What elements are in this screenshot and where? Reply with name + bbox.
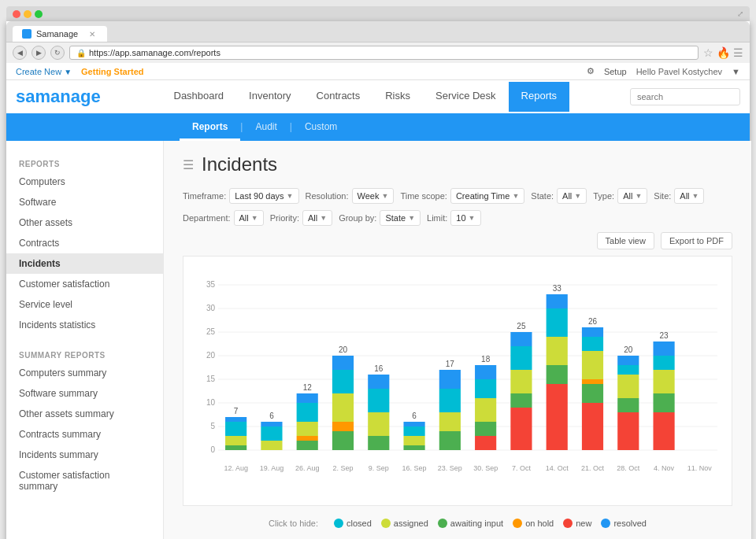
timescope-select[interactable]: Creating Time ▼: [450, 188, 524, 204]
legend-item-assigned[interactable]: assigned: [381, 519, 428, 528]
tab-close-button[interactable]: ✕: [89, 30, 95, 39]
svg-rect-34: [332, 431, 354, 450]
setup-link[interactable]: Setup: [604, 67, 627, 76]
timeframe-arrow: ▼: [287, 192, 294, 200]
svg-rect-69: [510, 346, 532, 370]
groupby-select[interactable]: State ▼: [380, 210, 421, 226]
sidebar-item-incidents-statistics[interactable]: Incidents statistics: [6, 315, 163, 335]
main-nav: samanage Dashboard Inventory Contracts R…: [6, 80, 750, 115]
legend-item-closed[interactable]: closed: [334, 519, 372, 528]
legend-item-resolved[interactable]: resolved: [601, 519, 647, 528]
svg-rect-31: [297, 393, 318, 403]
svg-rect-80: [582, 403, 603, 450]
sidebar-item-customer-satisfaction-summary[interactable]: Customer satisfaction summary: [6, 465, 163, 497]
resolution-label: Resolution:: [306, 191, 349, 201]
filters-row-1: Timeframe: Last 90 days ▼ Resolution: We…: [183, 188, 732, 204]
svg-text:21. Oct: 21. Oct: [581, 464, 605, 472]
main-content: ☰ Incidents Timeframe: Last 90 days ▼ Re…: [164, 141, 751, 539]
svg-text:6: 6: [412, 412, 417, 420]
sidebar-item-other-assets-summary[interactable]: Other assets summary: [6, 404, 163, 424]
tab-inventory[interactable]: Inventory: [236, 82, 303, 112]
create-new-button[interactable]: Create New ▼: [16, 67, 72, 76]
maximize-dot[interactable]: [35, 10, 43, 18]
svg-rect-92: [617, 356, 639, 365]
svg-text:19. Aug: 19. Aug: [260, 464, 284, 472]
sidebar-item-contracts[interactable]: Contracts: [6, 233, 163, 253]
bookmark-icon[interactable]: ☆: [703, 46, 713, 59]
svg-rect-82: [582, 379, 603, 384]
sidebar-item-computers[interactable]: Computers: [6, 172, 163, 192]
legend-item-on-hold[interactable]: on hold: [513, 519, 554, 528]
hamburger-icon[interactable]: ☰: [183, 157, 194, 172]
tab-contracts[interactable]: Contracts: [304, 82, 373, 112]
chart-container: 05101520253035712. Aug619. Aug1226. Aug2…: [183, 256, 732, 506]
svg-rect-48: [403, 436, 424, 445]
svg-text:11. Nov: 11. Nov: [687, 464, 713, 472]
window-controls: [13, 10, 43, 18]
refresh-button[interactable]: ↻: [50, 46, 65, 60]
close-dot[interactable]: [13, 10, 20, 18]
legend-item-new[interactable]: new: [563, 519, 591, 528]
logo[interactable]: samanage: [16, 80, 101, 113]
timeframe-select[interactable]: Last 90 days ▼: [229, 188, 298, 204]
table-view-button[interactable]: Table view: [597, 232, 654, 249]
svg-text:18: 18: [481, 355, 491, 364]
sidebar-item-incidents-summary[interactable]: Incidents summary: [6, 445, 163, 465]
minimize-dot[interactable]: [24, 10, 32, 18]
menu-icon[interactable]: ☰: [733, 46, 743, 59]
resolution-select[interactable]: Week ▼: [352, 188, 395, 204]
svg-rect-23: [261, 426, 282, 441]
chart-legend: Click to hide: closed assigned awaiting …: [183, 519, 732, 528]
svg-text:7. Oct: 7. Oct: [512, 464, 532, 472]
svg-rect-70: [510, 332, 532, 346]
legend-dot-awaiting: [438, 519, 447, 528]
content-area: REPORTS Computers Software Other assets …: [6, 141, 750, 539]
svg-rect-59: [475, 436, 496, 450]
search-input[interactable]: [630, 88, 740, 105]
sidebar-item-software-summary[interactable]: Software summary: [6, 383, 163, 404]
svg-rect-47: [403, 445, 424, 450]
expand-icon[interactable]: ⤢: [737, 9, 743, 18]
sidebar-item-contracts-summary[interactable]: Contracts summary: [6, 424, 163, 445]
svg-rect-41: [368, 436, 389, 450]
address-bar[interactable]: 🔒 https://app.samanage.com/reports: [69, 46, 699, 60]
tab-risks[interactable]: Risks: [372, 82, 423, 112]
svg-text:9. Sep: 9. Sep: [369, 464, 389, 472]
forward-button[interactable]: ▶: [32, 46, 46, 60]
sidebar-item-other-assets[interactable]: Other assets: [6, 212, 163, 233]
setup-icon[interactable]: ⚙: [587, 66, 595, 76]
tab-label: Samanage: [36, 29, 78, 39]
department-select[interactable]: All ▼: [234, 210, 264, 226]
back-button[interactable]: ◀: [13, 46, 27, 60]
page-title: Incidents: [202, 153, 277, 175]
sub-nav-reports[interactable]: Reports: [180, 115, 240, 141]
type-select[interactable]: All ▼: [617, 188, 647, 204]
state-select[interactable]: All ▼: [557, 188, 587, 204]
svg-rect-18: [225, 422, 246, 436]
browser-tab[interactable]: Samanage ✕: [13, 26, 107, 42]
priority-select[interactable]: All ▼: [302, 210, 332, 226]
svg-rect-49: [403, 426, 424, 436]
export-pdf-button[interactable]: Export to PDF: [661, 232, 732, 249]
sidebar-item-service-level[interactable]: Service level: [6, 294, 163, 315]
sub-nav-custom[interactable]: Custom: [292, 115, 350, 141]
svg-rect-85: [582, 327, 603, 337]
sub-nav-audit[interactable]: Audit: [243, 115, 289, 141]
user-dropdown-arrow[interactable]: ▼: [732, 67, 740, 76]
tab-reports[interactable]: Reports: [509, 82, 570, 112]
fire-icon[interactable]: 🔥: [717, 46, 730, 59]
sidebar-item-customer-satisfaction[interactable]: Customer satisfaction: [6, 274, 163, 294]
tab-service-desk[interactable]: Service Desk: [423, 82, 509, 112]
url-text: https://app.samanage.com/reports: [89, 48, 220, 57]
sidebar-item-computers-summary[interactable]: Computers summary: [6, 363, 163, 383]
tab-dashboard[interactable]: Dashboard: [161, 82, 237, 112]
getting-started-link[interactable]: Getting Started: [81, 67, 143, 76]
sidebar-item-software[interactable]: Software: [6, 192, 163, 212]
top-bar-left: Create New ▼ Getting Started: [16, 67, 144, 76]
svg-text:0: 0: [210, 445, 215, 454]
site-select[interactable]: All ▼: [674, 188, 704, 204]
svg-rect-76: [547, 308, 568, 337]
limit-select[interactable]: 10 ▼: [450, 210, 480, 226]
legend-item-awaiting[interactable]: awaiting input: [438, 519, 503, 528]
sidebar-item-incidents[interactable]: Incidents: [6, 253, 163, 274]
